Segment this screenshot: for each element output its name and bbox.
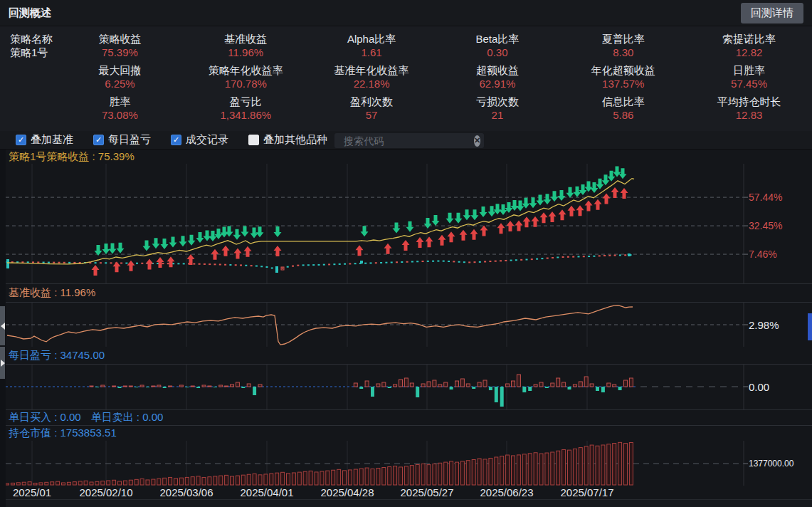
stat-cell: 索提诺比率12.82 xyxy=(686,32,812,59)
clear-search-icon[interactable]: ✕ xyxy=(474,135,480,147)
benchmark-return-label: 基准收益 : 11.96% xyxy=(9,286,95,300)
checkbox-label: 叠加基准 xyxy=(31,133,73,147)
stat-label: 最大回撤 xyxy=(57,63,183,77)
stat-value: 22.18% xyxy=(309,77,435,90)
strategy-axis-label: 57.44% xyxy=(749,192,782,203)
checkbox-叠加基准[interactable]: ✓叠加基准 xyxy=(16,133,76,147)
stats-panel: 策略名称 策略1号 策略收益75.39%基准收益11.96%Alpha比率1.6… xyxy=(0,26,812,131)
benchmark-return-chart[interactable] xyxy=(0,303,812,347)
x-axis-tick-label: 2025/06/23 xyxy=(468,486,546,498)
stat-cell: 亏损次数21 xyxy=(434,95,560,122)
backtest-overview-window: 回测概述 回测详情 策略名称 策略1号 策略收益75.39%基准收益11.96%… xyxy=(0,0,812,507)
x-axis-tick-label: 2025/03/06 xyxy=(147,486,226,498)
stat-label: 索提诺比率 xyxy=(686,32,812,46)
checkbox-checked-icon: ✓ xyxy=(16,135,26,145)
strategy-return-label: 策略1号策略收益 : 75.39% xyxy=(9,150,135,164)
position-axis-label: 1377000.00 xyxy=(749,459,793,469)
stats-row: 胜率73.08%盈亏比1,341.86%盈利次数57亏损次数21信息比率5.86… xyxy=(57,95,812,122)
chevron-right-icon xyxy=(1,360,5,367)
checkbox-成交记录[interactable]: ✓成交记录 xyxy=(171,133,231,147)
strategy-name-block: 策略名称 策略1号 xyxy=(10,32,53,59)
x-axis-tick-label: 2025/04/01 xyxy=(228,486,306,498)
checkbox-叠加其他品种[interactable]: 叠加其他品种 xyxy=(248,133,332,147)
stat-cell: 平均持仓时长12.83 xyxy=(686,95,812,122)
expand-right-handle[interactable] xyxy=(0,347,5,379)
stat-cell: 策略年化收益率170.78% xyxy=(183,63,309,90)
page-title: 回测概述 xyxy=(9,6,51,20)
benchmark-axis-label: 2.98% xyxy=(749,319,779,331)
daily-sell-label: 单日卖出 : 0.00 xyxy=(91,411,164,424)
stat-label: 日胜率 xyxy=(686,63,812,77)
stat-cell: 盈利次数57 xyxy=(309,95,435,122)
checkbox-checked-icon: ✓ xyxy=(171,135,181,145)
stat-cell: 胜率73.08% xyxy=(57,95,183,122)
stat-label: 基准收益 xyxy=(183,32,309,46)
stat-label: 年化超额收益 xyxy=(560,63,686,77)
search-input[interactable] xyxy=(342,135,474,147)
stat-cell: Alpha比率1.61 xyxy=(309,32,435,59)
x-axis-tick-label: 2025/02/10 xyxy=(67,486,145,498)
backtest-detail-button[interactable]: 回测详情 xyxy=(741,3,803,23)
stat-value: 1.61 xyxy=(309,46,435,59)
stat-value: 5.86 xyxy=(560,108,686,122)
stat-value: 170.78% xyxy=(183,77,309,90)
stat-value: 8.30 xyxy=(560,46,686,59)
stat-cell: 信息比率5.86 xyxy=(560,95,686,122)
stat-value: 73.08% xyxy=(57,108,183,122)
strategy-return-chart[interactable] xyxy=(0,164,812,283)
stat-label: 平均持仓时长 xyxy=(686,95,812,108)
stat-label: 信息比率 xyxy=(560,95,686,108)
strategy-axis-label: 7.46% xyxy=(749,249,777,260)
stats-row: 策略收益75.39%基准收益11.96%Alpha比率1.61Beta比率0.3… xyxy=(57,32,812,59)
chevron-left-icon xyxy=(1,323,5,330)
stat-value: 21 xyxy=(434,108,560,122)
horizontal-scrollbar-track[interactable] xyxy=(0,499,812,507)
daily-trade-label-row: 单日买入 : 0.00 单日卖出 : 0.00 xyxy=(0,409,812,425)
stat-label: 盈亏比 xyxy=(183,95,309,108)
stat-cell: Beta比率0.30 xyxy=(434,32,560,59)
pnl-axis-label: 0.00 xyxy=(749,381,769,393)
stat-value: 12.83 xyxy=(686,108,812,122)
position-value-label-row: 持仓市值 : 1753853.51 xyxy=(0,425,812,441)
checkbox-label: 叠加其他品种 xyxy=(263,133,327,147)
search-box[interactable]: ✕ xyxy=(334,133,484,148)
stats-row: 最大回撤6.25%策略年化收益率170.78%基准年化收益率22.18%超额收益… xyxy=(57,63,812,90)
benchmark-return-label-row: 基准收益 : 11.96% xyxy=(0,283,812,303)
stat-value: 137.57% xyxy=(560,77,686,90)
stat-value: 12.82 xyxy=(686,46,812,59)
daily-pnl-label-row: 每日盈亏 : 34745.00 xyxy=(0,347,812,365)
stat-label: Beta比率 xyxy=(434,32,560,46)
stat-value: 11.96% xyxy=(183,46,309,59)
stat-label: 策略年化收益率 xyxy=(183,63,309,77)
stat-label: 策略收益 xyxy=(57,32,183,46)
collapse-left-handle[interactable] xyxy=(0,306,5,345)
stat-label: 盈利次数 xyxy=(309,95,435,108)
x-axis-tick-label: 2025/05/27 xyxy=(388,486,466,498)
header-bar: 回测概述 回测详情 xyxy=(0,0,812,26)
stat-cell: 夏普比率8.30 xyxy=(560,32,686,59)
daily-buy-label: 单日买入 : 0.00 xyxy=(9,411,81,424)
position-value-chart[interactable] xyxy=(0,441,812,486)
checkbox-checked-icon: ✓ xyxy=(93,135,104,145)
checkbox-unchecked-icon xyxy=(248,135,259,145)
checkbox-每日盈亏[interactable]: ✓每日盈亏 xyxy=(93,133,154,147)
position-value-label: 持仓市值 : 1753853.51 xyxy=(9,427,117,440)
stat-value: 57 xyxy=(309,108,435,122)
checkbox-label: 每日盈亏 xyxy=(108,133,151,147)
stat-value: 62.91% xyxy=(434,77,560,90)
stat-value: 75.39% xyxy=(57,46,183,59)
stat-label: 亏损次数 xyxy=(434,95,560,108)
vertical-scrollbar[interactable] xyxy=(808,313,812,340)
daily-pnl-chart[interactable] xyxy=(0,365,812,409)
strategy-return-label-row: 策略1号策略收益 : 75.39% xyxy=(0,150,812,164)
stat-value: 0.30 xyxy=(434,46,560,59)
daily-pnl-label: 每日盈亏 : 34745.00 xyxy=(9,349,105,362)
stat-cell: 基准收益11.96% xyxy=(183,32,309,59)
stat-value: 6.25% xyxy=(57,77,183,90)
stat-value: 57.45% xyxy=(686,77,812,90)
strategy-axis-label: 32.45% xyxy=(749,220,782,231)
stat-cell: 策略收益75.39% xyxy=(57,32,183,59)
stat-cell: 日胜率57.45% xyxy=(686,63,812,90)
stat-cell: 最大回撤6.25% xyxy=(57,63,183,90)
stat-label: 基准年化收益率 xyxy=(309,63,435,77)
